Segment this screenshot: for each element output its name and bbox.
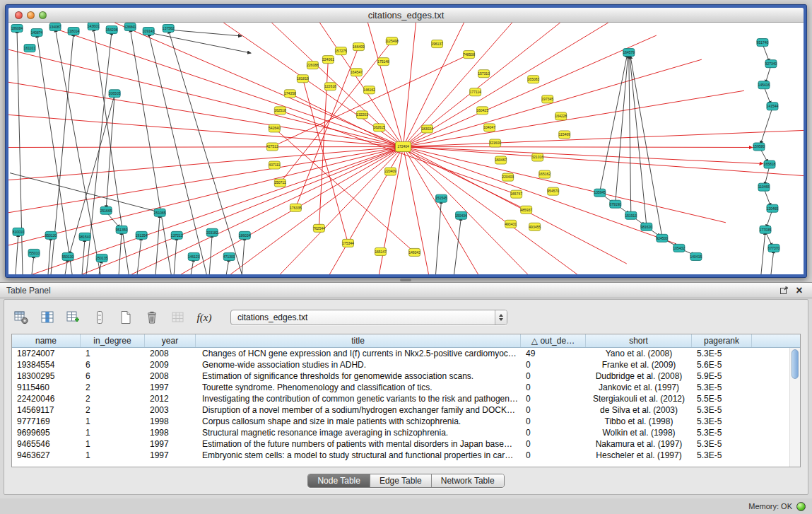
graph-node[interactable]: 493431 [505,220,517,228]
column-header-pagerank[interactable]: pagerank [692,334,752,347]
graph-node[interactable]: 250135 [96,254,108,262]
graph-node[interactable]: 157275 [335,47,347,55]
graph-node[interactable]: 181819 [297,75,309,83]
graph-node[interactable]: 135945 [594,189,606,197]
function-builder-button[interactable]: f(x) [194,308,214,327]
graph-node[interactable]: 981540 [79,233,91,240]
graph-node[interactable]: 165747 [510,190,522,198]
graph-node[interactable]: 164579 [623,49,635,57]
table-row[interactable]: 946554611997Estimation of the future num… [12,438,789,450]
column-header-year[interactable]: year [145,334,196,347]
graph-node[interactable]: 471300 [223,252,235,260]
graph-node[interactable]: 145416 [758,81,770,89]
graph-node[interactable]: 122618 [324,83,336,90]
graph-node[interactable]: 493455 [529,223,541,230]
graph-node[interactable]: 224061 [322,56,334,64]
graph-node[interactable]: 197345 [541,95,553,103]
close-panel-button[interactable]: × [793,285,806,296]
graph-node[interactable]: 485937 [520,206,532,214]
graph-node[interactable]: 132201 [356,111,368,119]
network-canvas[interactable]: 1724041125498166409224061181819174358162… [8,23,804,274]
graph-node[interactable]: 120465 [767,204,779,212]
graph-node[interactable]: 164547 [351,69,363,76]
graph-node[interactable]: 176335 [290,204,302,211]
graph-node[interactable]: 162518 [274,107,286,115]
graph-node[interactable]: 950130 [45,231,57,239]
table-row[interactable]: 977716911998Corpus callosum shape and si… [12,416,789,427]
graph-node[interactable]: 162615 [373,124,385,132]
close-window-button[interactable] [15,11,23,19]
graph-node[interactable]: 165083 [527,76,539,83]
column-header-out-degree[interactable]: △ out_de… [521,334,586,347]
graph-node[interactable]: 118014 [68,28,80,35]
graph-node[interactable]: 143601 [88,23,100,30]
graph-node[interactable]: 154208 [106,26,118,34]
graph-node[interactable]: 109143 [143,28,155,35]
graph-node[interactable]: 115469 [559,131,571,139]
graph-node[interactable]: 104047 [483,124,495,132]
graph-node[interactable]: 159580 [753,143,765,151]
graph-node[interactable]: 177035 [760,226,772,233]
graph-node[interactable]: 250711 [274,179,286,187]
table-row[interactable]: 969969511998Structural magnetic resonanc… [12,427,789,438]
graph-node[interactable]: 166409 [353,43,365,51]
graph-node[interactable]: 160425 [476,107,488,115]
graph-node[interactable]: 140415 [690,252,702,260]
graph-node[interactable]: 105432 [673,244,686,252]
graph-node[interactable]: 137213 [171,231,183,239]
column-header-in-degree[interactable]: in_degree [81,334,145,347]
graph-node[interactable]: 191354 [136,231,148,239]
graph-node[interactable]: 151913 [625,211,637,219]
column-header-name[interactable]: name [12,334,81,347]
graph-node[interactable]: 149343 [408,248,420,256]
graph-node[interactable]: 427512 [266,143,278,151]
graph-node[interactable]: 140874 [31,29,43,37]
graph-node[interactable]: 226088 [307,62,319,69]
graph-node[interactable]: 924500 [656,234,668,242]
graph-node[interactable]: 157310 [478,70,490,78]
graph-node[interactable]: 186034 [239,231,251,239]
float-panel-button[interactable] [777,285,790,296]
graph-node[interactable]: 206505 [109,90,121,98]
graph-node[interactable]: 679190 [609,200,621,208]
table-scrollbar[interactable] [789,348,800,467]
zoom-window-button[interactable] [39,11,47,19]
table-selector-combobox[interactable]: citations_edges.txt [230,310,507,325]
graph-node[interactable]: 951350 [116,226,128,233]
column-header-title[interactable]: title [196,334,521,347]
graph-node[interactable]: 321600 [489,139,501,147]
table-row[interactable]: 911546021997Tourette syndrome. Phenomeno… [12,382,789,393]
graph-node[interactable]: 203182 [206,228,218,236]
table-row[interactable]: 946362711997Embryonic stem cells: a mode… [12,450,789,461]
table-settings-button[interactable] [11,308,31,327]
table-row[interactable]: 1830029562008Estimation of significance … [12,370,789,382]
graph-node[interactable]: 186084 [11,25,23,33]
table-row[interactable]: 1456911722003Disruption of a novel membe… [12,404,789,416]
edit-table-button[interactable] [64,308,83,327]
delete-column-button[interactable] [142,308,162,327]
scrollbar-thumb[interactable] [792,349,799,379]
graph-node[interactable]: 160467 [495,156,507,164]
graph-node[interactable]: 172404 [395,141,411,151]
graph-node[interactable]: 128841 [124,23,136,31]
graph-node[interactable]: 174358 [284,90,296,98]
graph-node[interactable]: 1125498 [385,37,399,45]
graph-node[interactable]: 321016 [531,153,543,161]
graph-node[interactable]: 110465 [758,183,770,191]
graph-node[interactable]: 175344 [342,239,354,247]
graph-node[interactable]: 220403 [502,173,514,181]
create-column-button[interactable] [116,308,136,327]
graph-node[interactable]: 150434 [455,211,467,219]
graph-node[interactable]: 165818 [764,160,776,168]
graph-node[interactable]: 146162 [363,86,375,94]
tab-node-table[interactable]: Node Table [308,474,370,487]
show-columns-button[interactable] [37,308,57,327]
import-table-button[interactable] [168,308,188,327]
graph-node[interactable]: 927340 [765,60,777,68]
graph-node[interactable]: 954570 [547,187,559,195]
graph-node[interactable]: 175148 [377,58,389,66]
graph-node[interactable]: 220409 [384,168,396,175]
graph-node[interactable]: 762544 [313,224,325,232]
row-height-button[interactable] [90,308,110,327]
table-row[interactable]: 1938455462009Genome-wide association stu… [12,359,789,370]
